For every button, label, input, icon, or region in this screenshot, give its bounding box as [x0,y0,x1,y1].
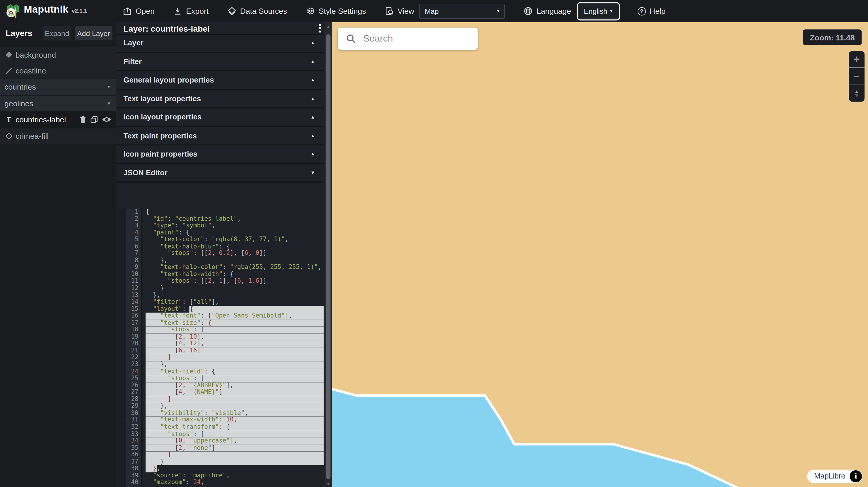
selected-code: "text-field": { [146,368,324,375]
chevron-down-icon[interactable]: ▾ [108,101,111,106]
app-version: v2.1.1 [72,8,87,14]
chevron-up-icon: ▲ [311,133,315,138]
json-editor[interactable]: 1{2 "id": "countries-label",3 "type": "s… [116,206,324,487]
selected-code: } [146,458,324,465]
chevron-down-icon[interactable]: ▾ [108,84,111,90]
line-number: 7 [126,250,142,257]
search-input[interactable] [362,33,487,45]
line-number: 9 [126,264,142,271]
layer-item-label: geolines [4,99,33,108]
gutter-strip [116,327,126,334]
code-line: 15 "layout": { [116,306,324,313]
language-menu[interactable]: Language [524,7,571,15]
code-text: "text-halo-color": "rgba(255, 255, 255, … [142,264,324,271]
expand-button[interactable]: Expand [43,26,71,40]
language-select[interactable]: English ▾ [578,3,618,19]
line-number: 32 [126,424,142,431]
selected-code: ] [146,452,324,459]
menu-item-label: Style Settings [319,7,366,15]
layers-title: Layers [6,28,32,37]
gutter-strip [116,382,126,389]
line-number: 16 [126,313,142,320]
section-text-paint-properties[interactable]: Text paint properties▲ [116,127,324,145]
gutter-strip [116,410,126,417]
attribution-link[interactable]: MapLibre [814,472,845,480]
gutter-strip [116,473,126,479]
gutter-strip [116,479,126,486]
layer-more-menu-icon[interactable] [319,24,321,32]
gutter-strip [116,334,126,341]
code-text: } [142,458,324,465]
menu-item-export[interactable]: Export [174,7,209,15]
visibility-icon[interactable] [102,116,111,123]
line-number: 6 [126,243,142,250]
layer-item-label: background [16,50,56,59]
layer-item-geolines[interactable]: geolines▾ [0,95,116,111]
chevron-down-icon: ▾ [610,8,613,14]
coastline-water [332,22,868,487]
section-icon-layout-properties[interactable]: Icon layout properties▲ [116,108,324,127]
code-line: 10 "text-halo-width": { [116,271,324,278]
menu-item-style-settings[interactable]: Style Settings [306,7,366,15]
layer-item-crimea-fill[interactable]: crimea-fill [0,128,116,144]
section-label: Icon paint properties [124,150,197,158]
menu-item-open[interactable]: Open [123,7,155,15]
code-text: [6, 16] [142,347,324,354]
code-text: "layout": [146,306,189,313]
selected-code: [2, 10], [146,334,324,341]
code-text: }, [142,257,324,264]
code-line: 12 } [116,285,324,292]
section-text-layout-properties[interactable]: Text layout properties▲ [116,90,324,108]
view-mode-select[interactable]: Map ▾ [419,3,505,19]
zoom-out-button[interactable]: – [849,68,865,85]
code-text: } [142,285,324,292]
section-icon-paint-properties[interactable]: Icon paint properties▲ [116,145,324,164]
layer-item-countries-label[interactable]: Tcountries-label [0,112,116,128]
duplicate-icon[interactable] [90,116,98,124]
selected-code: "stops": [ [146,431,324,438]
layer-item-background[interactable]: background [0,47,116,63]
code-text: }, [142,361,324,368]
scroll-up-icon[interactable]: ▲ [324,24,332,29]
code-text: , [157,465,160,473]
section-label: Text paint properties [124,131,197,140]
help-menu[interactable]: ? Help [638,7,665,15]
gutter-strip [116,285,126,292]
section-general-layout-properties[interactable]: General layout properties▲ [116,71,324,90]
code-line: 35 [2, "none"] [116,445,324,452]
section-layer[interactable]: Layer▲ [116,34,324,53]
style-settings-icon [306,7,314,15]
app-logo[interactable]: Maputnik v2.1.1 [0,3,111,19]
globe-icon [524,7,533,15]
code-line: 32 "text-transform": { [116,424,324,431]
line-number: 23 [126,361,142,368]
scroll-down-icon[interactable]: ▼ [324,481,332,486]
delete-icon[interactable] [79,116,86,124]
menu-item-view[interactable]: View [385,7,414,15]
scrollbar-thumb[interactable] [326,34,330,479]
line-number: 17 [126,320,142,327]
section-filter[interactable]: Filter▲ [116,53,324,71]
menu-item-data-sources[interactable]: Data Sources [227,7,287,15]
gutter-strip [116,417,126,424]
section-json-editor[interactable]: JSON Editor▼ [116,164,324,182]
map-canvas[interactable]: Zoom: 11.48 + – ▲▼ MapLibre i [332,22,868,487]
add-layer-button[interactable]: Add Layer [75,26,113,40]
compass-button[interactable]: ▲▼ [849,85,865,102]
zoom-in-button[interactable]: + [849,51,865,67]
section-label: JSON Editor [124,169,167,177]
layers-header: Layers Expand Add Layer [0,24,116,44]
layer-item-countries[interactable]: countries▾ [0,79,116,95]
code-text: [4, 12], [142,340,324,347]
help-icon: ? [638,7,646,15]
panel-scrollbar[interactable]: ▲ ▼ [324,22,332,487]
menu-item-label: Open [135,7,155,15]
code-line: 19 [2, 10], [116,334,324,341]
line-number: 35 [126,445,142,452]
gutter-strip [116,452,126,459]
selected-code: [2, "none"] [146,445,324,452]
layer-item-coastline[interactable]: coastline [0,63,116,79]
selected-code: "stops": [ [146,375,324,382]
info-icon[interactable]: i [850,470,862,482]
line-number: 2 [126,216,142,222]
